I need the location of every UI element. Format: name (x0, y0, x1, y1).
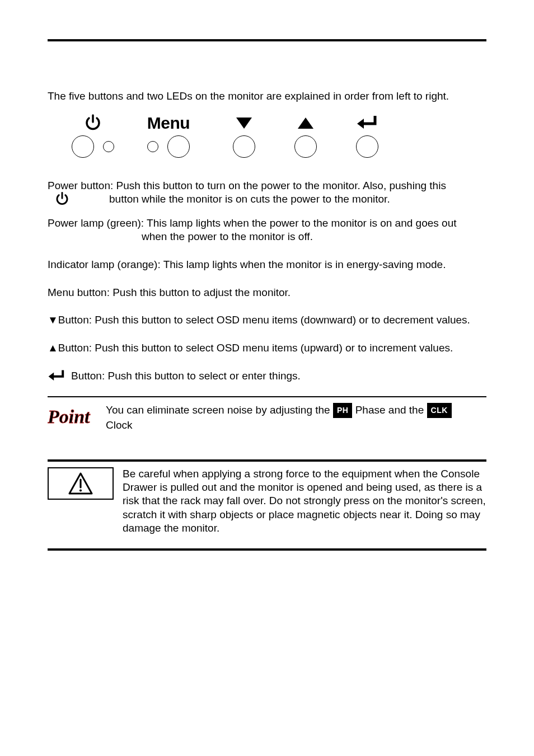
button-circle (167, 135, 190, 158)
button-circle (356, 135, 378, 158)
power-icon (83, 114, 102, 133)
svg-marker-1 (298, 118, 313, 129)
svg-marker-3 (49, 372, 54, 380)
point-icon: Point (48, 403, 96, 430)
enter-icon (48, 369, 65, 383)
caution-icon-box (48, 467, 114, 500)
svg-point-7 (79, 489, 82, 491)
button-circle (294, 135, 317, 158)
triangle-down-icon (235, 116, 254, 130)
divider (48, 396, 486, 397)
button-circle (233, 135, 255, 158)
clk-badge: CLK (427, 403, 452, 418)
text: You can eliminate screen noise by adjust… (106, 404, 330, 416)
caution-text: Be careful when applying a strong force … (123, 467, 486, 536)
text: Phase and the (355, 404, 424, 416)
indicator-lamp-desc: Indicator lamp (orange): This lamp light… (48, 258, 486, 271)
button-circle (72, 135, 94, 158)
svg-marker-0 (236, 118, 252, 129)
svg-marker-2 (357, 119, 364, 129)
text: Clock (106, 419, 133, 431)
led-circle (147, 141, 158, 152)
section-divider (48, 459, 486, 462)
menu-button-desc: Menu button: Push this button to adjust … (48, 286, 486, 299)
monitor-button-diagram: Menu (62, 112, 486, 159)
text-line: Power button: Push this button to turn o… (48, 179, 486, 192)
text-line: Power lamp (green): This lamp lights whe… (48, 217, 486, 230)
warning-icon (68, 472, 93, 495)
power-button-desc: Power button: Push this button to turn o… (48, 179, 486, 206)
point-callout: Point You can eliminate screen noise by … (48, 403, 486, 433)
ph-badge: PH (333, 403, 352, 418)
triangle-up-icon (296, 116, 315, 130)
text-line: button while the monitor is on cuts the … (48, 192, 486, 206)
power-lamp-desc: Power lamp (green): This lamp lights whe… (48, 217, 486, 243)
up-button-desc: ▲Button: Push this button to select OSD … (48, 341, 486, 355)
led-circle (103, 141, 114, 152)
text-line: Button: Push this button to select or en… (71, 369, 301, 383)
caution-section: Be careful when applying a strong force … (48, 467, 486, 536)
intro-text: The five buttons and two LEDs on the mon… (48, 90, 486, 103)
menu-label: Menu (147, 112, 190, 134)
enter-icon (356, 115, 378, 132)
enter-button-desc: Button: Push this button to select or en… (48, 369, 486, 383)
section-divider-bottom (48, 548, 486, 551)
text-line: when the power to the monitor is off. (48, 230, 486, 243)
section-divider-top (48, 39, 486, 41)
down-button-desc: ▼Button: Push this button to select OSD … (48, 313, 486, 327)
power-icon (54, 191, 70, 207)
svg-text:Point: Point (48, 406, 91, 427)
